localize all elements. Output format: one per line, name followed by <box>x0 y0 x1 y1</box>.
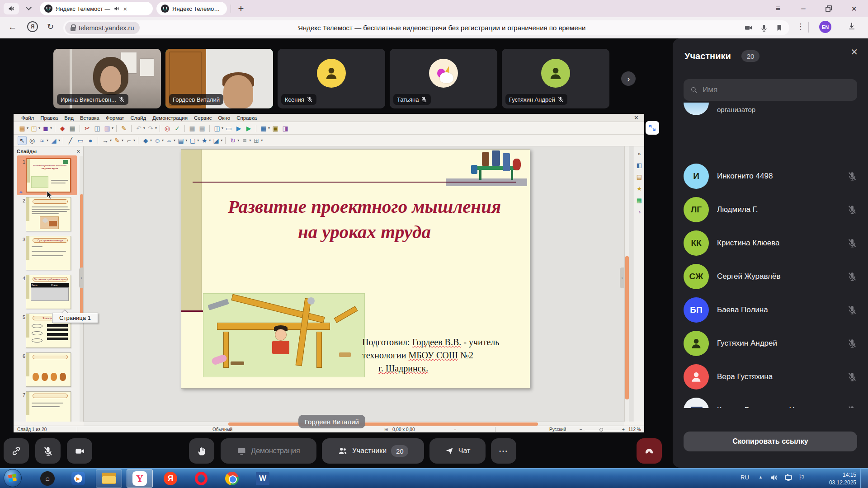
sidebar-gallery-icon[interactable]: ▤ <box>637 174 642 181</box>
copy-link-button[interactable]: Скопировать ссылку <box>684 432 857 451</box>
participants-button[interactable]: Участники 20 <box>322 438 424 464</box>
window-close-button[interactable]: × <box>844 0 864 17</box>
arrange-icon[interactable]: ⊞ <box>252 136 261 145</box>
tab-list-dropdown[interactable] <box>21 3 36 14</box>
taskbar-clock[interactable]: 14:15 03.12.2025 <box>813 471 856 487</box>
basic-shapes-icon[interactable]: ◆ <box>141 136 150 145</box>
menu-item-3[interactable]: Вставка <box>77 115 103 121</box>
yandex-button[interactable]: Я <box>27 21 38 32</box>
slide-canvas[interactable]: Развитие проектного мышления на уроках т… <box>181 149 530 389</box>
tray-expand-icon[interactable]: ▲ <box>759 475 763 479</box>
video-tile-ksenia[interactable]: Ксения <box>278 49 385 108</box>
fill-color-icon[interactable]: ◢ <box>49 136 58 145</box>
menu-item-9[interactable]: Справка <box>233 115 260 121</box>
tab-close-icon[interactable]: × <box>123 5 127 13</box>
display-views-dropdown-icon[interactable]: ▾ <box>222 126 223 130</box>
tab-inactive[interactable]: Яндекс Телемост — бесп <box>156 2 227 15</box>
sidebar-navigator-icon[interactable]: ▦ <box>637 197 642 204</box>
block-arrows-icon[interactable]: ⇔ <box>165 136 174 145</box>
participant-row[interactable]: БП Баева Полина <box>684 297 857 323</box>
callouts-dropdown-icon[interactable]: ▾ <box>197 138 199 142</box>
participant-row[interactable]: Ксения Витальевна Новосе... <box>684 398 857 408</box>
slide-thumbnail-4[interactable]: Постановка проблемных задач Было Стало <box>26 275 71 309</box>
select-icon[interactable]: ↖ <box>18 136 27 145</box>
language-indicator[interactable]: RU <box>741 474 749 481</box>
menu-item-8[interactable]: Окно <box>215 115 233 121</box>
grid-icon[interactable]: ▦ <box>188 124 197 133</box>
canvas-vscrollbar[interactable] <box>624 146 629 422</box>
slide-thumbnail-3[interactable]: Суть проектного метода <box>26 236 71 270</box>
align-icon[interactable]: ≡ <box>240 136 249 145</box>
leave-call-button[interactable] <box>637 438 662 464</box>
taskbar-app-yandex-browser[interactable]: Y <box>127 469 153 488</box>
connector-icon[interactable]: ⌐ <box>124 136 133 145</box>
menu-item-2[interactable]: Вид <box>61 115 77 121</box>
open-dropdown-icon[interactable]: ▾ <box>38 126 40 130</box>
presentation-from-first-icon[interactable]: ▶ <box>244 124 253 133</box>
tab-mute-all-button[interactable] <box>4 3 19 14</box>
video-tile-gordeev[interactable]: Гордеев Виталий <box>165 49 273 108</box>
snap-guides-icon[interactable]: ▤ <box>198 124 207 133</box>
clone-formatting-icon[interactable]: ✎ <box>119 124 128 133</box>
open-icon[interactable]: ◰ <box>29 124 38 133</box>
table-dropdown-icon[interactable]: ▾ <box>268 126 270 130</box>
save-dropdown-icon[interactable]: ▾ <box>50 126 52 130</box>
impress-close-icon[interactable]: ✕ <box>634 114 639 121</box>
redo-icon[interactable]: ↷ <box>146 124 155 133</box>
participant-search-input[interactable]: Имя <box>684 79 857 101</box>
raise-hand-button[interactable] <box>189 438 214 464</box>
sidebar-animation-icon[interactable]: ◔ <box>637 209 641 216</box>
media-icon[interactable]: ◨ <box>281 124 290 133</box>
connector-dropdown-icon[interactable]: ▾ <box>133 138 135 142</box>
symbol-shapes-icon[interactable]: ☺ <box>153 136 162 145</box>
taskbar-app-explorer[interactable] <box>96 469 122 488</box>
sidebar-styles-icon[interactable]: ★ <box>637 185 642 192</box>
participant-row[interactable]: организатор <box>684 103 857 115</box>
zoom-in-icon[interactable]: + <box>622 427 625 432</box>
taskbar-app-media-player[interactable]: ▶ <box>65 469 91 488</box>
chat-button[interactable]: Чат <box>429 438 486 464</box>
flowchart-icon[interactable]: ▤ <box>176 136 185 145</box>
profile-badge[interactable]: EN <box>819 21 831 33</box>
undo-icon[interactable]: ↶ <box>134 124 143 133</box>
network-icon[interactable] <box>784 473 793 482</box>
line-arrow-icon[interactable]: → <box>101 136 110 145</box>
panel-collapse-handle[interactable]: ‹ <box>79 267 84 288</box>
save-icon[interactable]: ◼ <box>41 124 50 133</box>
video-tile-irina[interactable]: Ирина Викентьевн... <box>53 49 161 108</box>
undo-dropdown-icon[interactable]: ▾ <box>143 126 145 130</box>
line-style-dropdown-icon[interactable]: ▾ <box>47 138 48 142</box>
arrange-dropdown-icon[interactable]: ▾ <box>261 138 263 142</box>
new-document-icon[interactable]: ▤ <box>18 124 27 133</box>
slide-thumbnail-1[interactable]: Развитие проектного мышленияна уроках тр… <box>26 158 71 192</box>
export-pdf-icon[interactable]: ◆ <box>58 124 67 133</box>
rectangle-icon[interactable]: ▭ <box>76 136 85 145</box>
insert-line-icon[interactable]: ╱ <box>66 136 75 145</box>
video-tile-tatiana[interactable]: Татьяна <box>390 49 497 108</box>
participant-row[interactable]: И Инкогнито 4498 <box>684 164 857 189</box>
cut-icon[interactable]: ✂ <box>83 124 92 133</box>
curve-dropdown-icon[interactable]: ▾ <box>122 138 123 142</box>
tab-audio-icon[interactable] <box>113 5 120 12</box>
window-restore-button[interactable] <box>818 0 839 17</box>
participant-row[interactable]: КК Кристина Клюева <box>684 230 857 256</box>
copy-link-control[interactable] <box>4 438 29 464</box>
rotate-dropdown-icon[interactable]: ▾ <box>237 138 239 142</box>
image-icon[interactable]: ▣ <box>271 124 280 133</box>
slide-thumbnail-7[interactable] <box>26 391 71 422</box>
paste-dropdown-icon[interactable]: ▾ <box>112 126 113 130</box>
show-desktop-button[interactable] <box>860 468 868 488</box>
block-arrows-dropdown-icon[interactable]: ▾ <box>174 138 175 142</box>
menu-item-7[interactable]: Сервис <box>191 115 215 121</box>
flowchart-dropdown-icon[interactable]: ▾ <box>185 138 187 142</box>
window-minimize-button[interactable]: – <box>793 0 814 17</box>
callouts-icon[interactable]: ▢ <box>188 136 197 145</box>
extensions-menu-icon[interactable]: ⋮ <box>797 22 805 32</box>
volume-icon[interactable] <box>769 473 778 482</box>
new-tab-button[interactable]: + <box>234 3 248 14</box>
strip-scroll-right-button[interactable]: › <box>621 71 636 86</box>
bookmark-icon[interactable] <box>775 24 783 32</box>
sidebar-collapse-icon[interactable]: « <box>637 150 641 157</box>
zoom-icon[interactable]: ◎ <box>28 136 37 145</box>
taskbar-app-yandex[interactable]: Я <box>157 469 184 488</box>
